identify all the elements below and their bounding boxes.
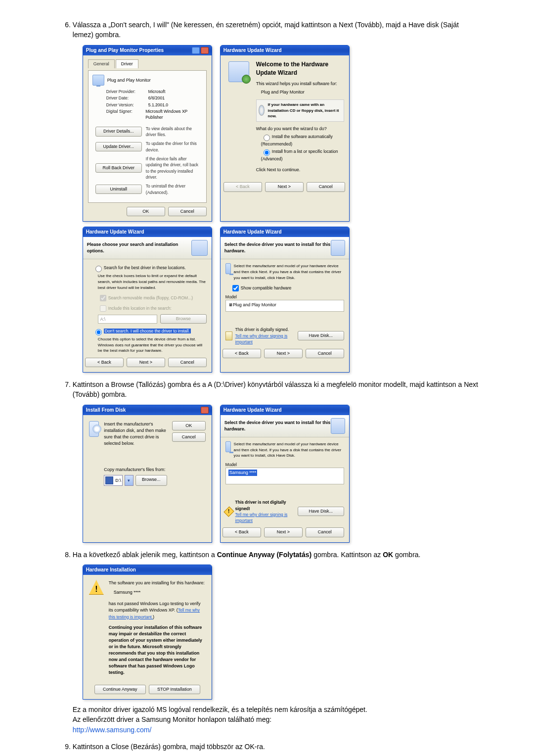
step-6: Válassza a „Don't search, I will" (Ne ke…	[73, 20, 480, 373]
provider-value: Microsoft	[148, 89, 165, 94]
signer-label: Digital Signer:	[106, 108, 145, 121]
certificate-icon	[225, 331, 232, 340]
cancel-button[interactable]: Cancel	[172, 432, 206, 442]
continue-anyway-button[interactable]: Continue Anyway	[94, 685, 146, 694]
hw-device: Samsung ****	[114, 589, 206, 596]
tab-driver[interactable]: Driver	[116, 59, 138, 68]
drive-select[interactable]: D:\	[104, 475, 123, 486]
radio-list-label: Install from a list or specific location…	[261, 149, 338, 161]
step-8-post1: Ez a monitor driver igazoló MS logóval r…	[73, 705, 480, 714]
radio-search-best[interactable]	[95, 266, 102, 272]
cancel-button[interactable]: Cancel	[168, 207, 207, 216]
driver-details-desc: To view details about the driver files.	[146, 126, 202, 138]
dropdown-arrow-icon[interactable]	[125, 475, 134, 486]
cancel-button[interactable]: Cancel	[306, 349, 344, 358]
cancel-button[interactable]: Cancel	[307, 182, 345, 191]
provider-label: Driver Provider:	[106, 89, 148, 94]
update-driver-desc: To update the driver for this device.	[146, 141, 202, 153]
tab-general[interactable]: General	[88, 59, 115, 68]
wizard-welcome-title: Hardware Update Wizard	[223, 47, 282, 54]
signed-text: This driver is digitally signed.	[235, 327, 295, 332]
step-8-post2: Az ellenőrzött driver a Samsung Monitor …	[73, 714, 480, 724]
model-label: Model	[225, 294, 344, 300]
wizard-step-icon	[331, 418, 345, 434]
have-disk-button[interactable]: Have Disk...	[298, 331, 344, 340]
radio-search-best-desc: Use the check boxes below to limit or ex…	[98, 273, 207, 290]
wizard-step-icon	[191, 240, 207, 256]
rollback-driver-desc: If the device fails after updating the d…	[146, 156, 202, 180]
wizard-question: What do you want the wizard to do?	[256, 126, 344, 132]
cancel-button[interactable]: Cancel	[306, 527, 344, 537]
signing-link[interactable]: Tell me why driver signing is important	[235, 512, 295, 524]
cd-icon	[259, 105, 265, 116]
radio-auto[interactable]	[264, 135, 270, 141]
back-button[interactable]: < Back	[222, 349, 261, 358]
cancel-button[interactable]: Cancel	[168, 358, 207, 367]
monitor-name: Plug and Play Monitor	[107, 77, 151, 84]
next-button[interactable]: Next >	[265, 182, 304, 191]
step-8-text-b: Continue Anyway (Folytatás)	[217, 551, 312, 559]
monitor-properties-title: Plug and Play Monitor Properties	[86, 47, 164, 54]
help-icon[interactable]	[192, 47, 200, 54]
step-8-text-c: gombra. Kattintson az	[312, 551, 383, 559]
back-button[interactable]: < Back	[222, 527, 261, 537]
radio-auto-label: Install the software automatically (Reco…	[261, 134, 333, 146]
driver-details-button[interactable]: Driver Details...	[95, 127, 142, 136]
uninstall-button[interactable]: Uninstall	[95, 185, 142, 194]
model-list[interactable]: Samsung ****	[225, 468, 344, 484]
wizard-select-sub: Select the device driver you want to ins…	[224, 420, 331, 432]
step-8: Ha a következő ablak jelenik meg, kattin…	[73, 550, 480, 735]
ok-button[interactable]: OK	[172, 421, 206, 430]
step-8-text-d: OK	[383, 551, 393, 559]
date-value: 6/6/2001	[148, 95, 165, 101]
step-8-text-e: gombra.	[393, 551, 420, 559]
install-msg: Insert the manufacturer's installation d…	[104, 421, 167, 447]
hw-line3c: )	[153, 614, 154, 619]
path-field: A:\	[98, 315, 157, 324]
radio-dont-search[interactable]	[95, 329, 102, 335]
unsigned-text: This driver is not digitally signed!	[235, 499, 295, 512]
wizard-p1: This wizard helps you install software f…	[256, 81, 344, 87]
install-from-disk-title: Install From Disk	[86, 407, 126, 414]
model-item-selected[interactable]: Samsung ****	[228, 470, 258, 476]
stop-installation-button[interactable]: STOP Installation	[149, 685, 200, 694]
check-include-location	[100, 305, 106, 312]
browse-button[interactable]: Browse...	[135, 475, 167, 486]
wizard-select-sub: Select the device driver you want to ins…	[224, 241, 331, 254]
drive-icon	[105, 476, 113, 484]
have-disk-button[interactable]: Have Disk...	[298, 507, 344, 516]
ok-button[interactable]: OK	[127, 207, 165, 216]
wizard-step-icon	[331, 240, 345, 256]
hardware-installation-window: Hardware Installation The software you a…	[83, 565, 212, 700]
close-icon[interactable]	[201, 407, 209, 414]
check-show-compatible-label: Show compatible hardware	[241, 285, 292, 290]
update-driver-button[interactable]: Update Driver...	[95, 142, 142, 151]
wizard-icon	[228, 61, 249, 82]
close-icon[interactable]	[201, 47, 209, 54]
next-button[interactable]: Next >	[127, 358, 165, 367]
check-show-compatible[interactable]	[232, 285, 239, 291]
signing-link[interactable]: Tell me why driver signing is important	[235, 333, 295, 345]
wizard-welcome-window: Hardware Update Wizard Welcome to the Ha…	[220, 45, 350, 222]
monitor-icon	[92, 75, 104, 86]
version-value: 5.1.2001.0	[148, 102, 168, 108]
samsung-url[interactable]: http://www.samsung.com/	[73, 725, 480, 735]
check-include-location-label: Include this location in the search:	[108, 306, 172, 311]
drive-value: D:\	[115, 477, 121, 484]
wizard-select-signed-window: Hardware Update Wizard Select the device…	[220, 227, 350, 373]
wizard-heading: Welcome to the Hardware Update Wizard	[256, 60, 344, 78]
model-list[interactable]: 🖥 Plug and Play Monitor	[225, 300, 344, 312]
check-removable-label: Search removable media (floppy, CD-ROM..…	[108, 295, 193, 300]
wizard-search-window: Hardware Update Wizard Please choose you…	[83, 227, 212, 373]
step-8-text-a: Ha a következő ablak jelenik meg, kattin…	[73, 551, 217, 559]
wizard-select-title: Hardware Update Wizard	[223, 407, 282, 414]
radio-list[interactable]	[264, 149, 270, 156]
back-button[interactable]: < Back	[85, 358, 124, 367]
model-item[interactable]: Plug and Play Monitor	[233, 302, 276, 307]
next-button[interactable]: Next >	[264, 349, 303, 358]
next-button[interactable]: Next >	[264, 527, 303, 537]
date-label: Driver Date:	[106, 95, 148, 101]
wizard-search-sub: Please choose your search and installati…	[87, 241, 192, 254]
rollback-driver-button[interactable]: Roll Back Driver	[95, 163, 142, 173]
back-button: < Back	[223, 182, 262, 191]
